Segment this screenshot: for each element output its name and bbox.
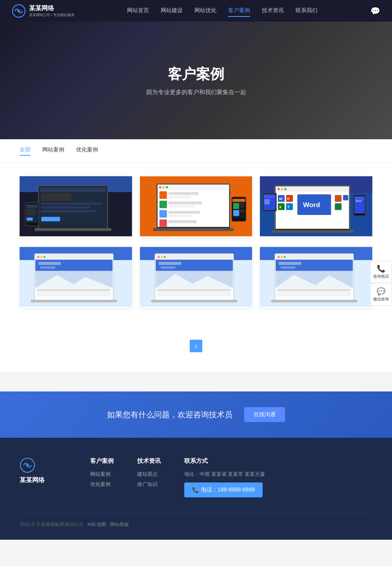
svg-rect-107 bbox=[158, 294, 230, 296]
logo-area: 某某网络 某某网络公司 / 专业建站服务 bbox=[12, 4, 74, 18]
svg-point-54 bbox=[284, 188, 287, 190]
svg-rect-30 bbox=[159, 201, 167, 208]
footer-logo-text: 某某网络 bbox=[20, 476, 67, 484]
float-wechat-label: 微信咨询 bbox=[373, 297, 389, 301]
svg-point-116 bbox=[284, 256, 286, 258]
svg-rect-90 bbox=[37, 292, 110, 293]
case-card-3-svg: Word W P X T bbox=[260, 175, 372, 238]
svg-point-126 bbox=[26, 464, 29, 467]
nav-tech[interactable]: 技术资讯 bbox=[262, 5, 284, 17]
svg-rect-91 bbox=[37, 294, 110, 296]
svg-point-52 bbox=[278, 188, 280, 190]
case-card-5-image bbox=[140, 246, 252, 308]
pagination: 1 bbox=[0, 328, 392, 372]
nav-cases[interactable]: 客户案例 bbox=[228, 5, 250, 17]
footer-phone-text: 电话：188-8888-8888 bbox=[201, 486, 255, 493]
case-card-1[interactable] bbox=[20, 175, 132, 238]
footer-link-promo-knowledge[interactable]: 推广知识 bbox=[137, 481, 161, 488]
footer-link-website-cases[interactable]: 网站案例 bbox=[90, 471, 114, 478]
svg-rect-33 bbox=[159, 210, 167, 218]
case-card-5[interactable] bbox=[140, 246, 252, 308]
svg-rect-31 bbox=[168, 202, 202, 205]
float-phone-btn[interactable]: 📞 咨询电话 bbox=[370, 261, 392, 283]
nav-optimize[interactable]: 网站优化 bbox=[194, 5, 216, 17]
svg-rect-119 bbox=[281, 266, 296, 269]
svg-text:Word: Word bbox=[303, 201, 320, 209]
wechat-icon: 💬 bbox=[372, 287, 390, 296]
svg-text:W: W bbox=[279, 197, 283, 201]
cases-grid: Word W P X T bbox=[20, 175, 372, 308]
footer-col-contact: 联系方式 地址：中国 某某省 某某市 某某大厦 📞 电话：188-8888-88… bbox=[184, 457, 265, 497]
svg-rect-89 bbox=[37, 289, 110, 291]
nav-home[interactable]: 网站首页 bbox=[127, 5, 149, 17]
phone-icon-btn: 📞 bbox=[192, 487, 199, 493]
case-card-1-svg bbox=[20, 175, 132, 238]
svg-rect-46 bbox=[240, 210, 244, 213]
svg-rect-35 bbox=[168, 215, 192, 217]
svg-rect-38 bbox=[153, 228, 233, 231]
svg-rect-42 bbox=[233, 203, 239, 209]
svg-rect-117 bbox=[276, 260, 353, 271]
case-card-3[interactable]: Word W P X T bbox=[260, 175, 372, 238]
svg-rect-36 bbox=[159, 219, 167, 227]
footer-col-tech-title: 技术资讯 bbox=[137, 457, 161, 465]
footer-link-build-viewpoint[interactable]: 建站观点 bbox=[137, 471, 161, 478]
footer-template-link[interactable]: 网站模板 bbox=[110, 522, 129, 527]
case-card-2-image bbox=[140, 175, 252, 238]
svg-rect-11 bbox=[41, 217, 60, 221]
phone-icon: 📞 bbox=[372, 264, 390, 273]
hero-content: 客户案例 因为专业更多的客户和我们聚集在一起 bbox=[146, 65, 246, 96]
cta-section: 如果您有什么问题，欢迎咨询技术员 在线沟通 bbox=[0, 391, 392, 438]
logo-text: 某某网络 某某网络公司 / 专业建站服务 bbox=[29, 4, 74, 18]
case-card-2[interactable] bbox=[140, 175, 252, 238]
svg-point-26 bbox=[166, 186, 168, 188]
svg-point-83 bbox=[40, 256, 42, 258]
svg-rect-16 bbox=[27, 209, 34, 211]
cta-button[interactable]: 在线沟通 bbox=[244, 407, 285, 422]
svg-rect-19 bbox=[27, 218, 33, 221]
nav-build[interactable]: 网站建设 bbox=[161, 5, 183, 17]
svg-rect-71 bbox=[265, 195, 275, 198]
footer-col-contact-title: 联系方式 bbox=[184, 457, 265, 465]
case-card-6-image bbox=[260, 246, 372, 308]
header: 某某网络 某某网络公司 / 专业建站服务 网站首页 网站建设 网站优化 客户案例… bbox=[0, 0, 392, 22]
case-card-3-image: Word W P X T bbox=[260, 175, 372, 238]
tab-optimize[interactable]: 优化案例 bbox=[76, 146, 98, 156]
svg-rect-85 bbox=[35, 260, 113, 271]
svg-rect-32 bbox=[168, 206, 194, 207]
svg-rect-81 bbox=[35, 255, 113, 260]
hero-subtitle: 因为专业更多的客户和我们聚集在一起 bbox=[146, 89, 246, 96]
svg-point-114 bbox=[278, 256, 280, 258]
page-btn-1[interactable]: 1 bbox=[190, 340, 202, 352]
footer-link-optimize-cases[interactable]: 优化案例 bbox=[90, 481, 114, 488]
svg-rect-45 bbox=[240, 206, 244, 207]
svg-rect-101 bbox=[156, 260, 233, 271]
tab-website[interactable]: 网站案例 bbox=[42, 146, 64, 156]
svg-point-115 bbox=[281, 256, 283, 258]
svg-rect-15 bbox=[27, 205, 37, 208]
svg-rect-51 bbox=[276, 186, 349, 191]
nav-contact[interactable]: 联系我们 bbox=[296, 5, 318, 17]
case-card-4[interactable] bbox=[20, 246, 132, 308]
svg-rect-7 bbox=[41, 193, 71, 201]
float-wechat-btn[interactable]: 💬 微信咨询 bbox=[370, 284, 392, 306]
logo-sub-text: 某某网络公司 / 专业建站服务 bbox=[29, 13, 74, 18]
footer-phone-button[interactable]: 📞 电话：188-8888-8888 bbox=[184, 482, 263, 497]
logo-icon bbox=[12, 4, 26, 18]
case-card-6[interactable] bbox=[260, 246, 372, 308]
svg-rect-118 bbox=[279, 262, 301, 265]
svg-rect-106 bbox=[158, 292, 230, 293]
tab-all[interactable]: 全部 bbox=[20, 146, 31, 156]
message-icon[interactable]: 💬 bbox=[370, 6, 380, 16]
svg-point-84 bbox=[44, 256, 45, 258]
case-card-1-image bbox=[20, 175, 132, 238]
footer-col-tech: 技术资讯 建站观点 推广知识 bbox=[137, 457, 161, 497]
svg-rect-87 bbox=[40, 266, 55, 269]
footer-logo-icon bbox=[20, 457, 35, 473]
footer-xml-link[interactable]: XML地图 bbox=[87, 522, 106, 527]
svg-rect-67 bbox=[335, 203, 341, 210]
svg-rect-72 bbox=[265, 199, 270, 204]
svg-point-82 bbox=[37, 256, 39, 258]
svg-rect-105 bbox=[158, 289, 230, 291]
svg-point-99 bbox=[161, 256, 163, 258]
